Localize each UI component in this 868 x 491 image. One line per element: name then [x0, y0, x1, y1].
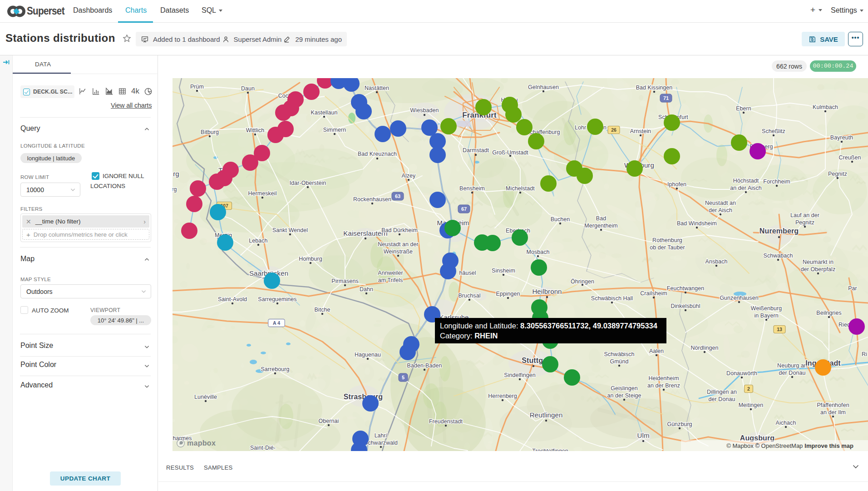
svg-text:Nastätten: Nastätten: [365, 85, 389, 91]
svg-text:Weißenburg: Weißenburg: [751, 305, 782, 312]
svg-text:Dillingen an: Dillingen an: [707, 389, 737, 395]
svg-text:Kulmbach: Kulmbach: [813, 104, 838, 110]
svg-text:in Bayern: in Bayern: [754, 312, 778, 319]
svg-text:Hermeskeil: Hermeskeil: [248, 190, 277, 197]
svg-text:Freudenstadt: Freudenstadt: [429, 418, 463, 425]
svg-text:Rockenhausen: Rockenhausen: [353, 196, 391, 203]
svg-text:Eppingen: Eppingen: [496, 291, 520, 297]
svg-text:26: 26: [611, 127, 616, 133]
svg-text:Homburg: Homburg: [299, 256, 322, 262]
svg-text:Bad Windsheim: Bad Windsheim: [677, 220, 717, 227]
svg-text:an der Brenz: an der Brenz: [647, 382, 680, 389]
svg-text:Weinstraße: Weinstraße: [384, 248, 413, 255]
svg-text:Lunéville: Lunéville: [194, 394, 217, 400]
svg-text:Par: Par: [848, 285, 857, 292]
svg-text:Pegnitz: Pegnitz: [828, 171, 847, 177]
svg-text:am Trifels: am Trifels: [378, 277, 403, 283]
svg-text:Dahn: Dahn: [360, 286, 373, 293]
svg-text:Meitingen: Meitingen: [739, 402, 764, 408]
svg-text:Ri: Ri: [862, 351, 867, 357]
svg-text:Prüm: Prüm: [190, 84, 204, 90]
svg-text:der Donau: der Donau: [779, 370, 806, 376]
svg-text:Michelstadt: Michelstadt: [506, 185, 535, 192]
svg-text:Beilngries: Beilngries: [816, 310, 841, 316]
svg-text:Schwäbisch: Schwäbisch: [604, 351, 634, 357]
svg-text:Dinkelsbühl: Dinkelsbühl: [671, 303, 700, 309]
svg-text:Herrenberg: Herrenberg: [488, 393, 517, 399]
svg-text:Sankt Wendel: Sankt Wendel: [272, 227, 308, 233]
svg-text:rg: rg: [173, 186, 177, 193]
svg-text:an der Ilm: an der Ilm: [820, 409, 846, 416]
svg-text:Donauwörth: Donauwörth: [726, 370, 757, 377]
svg-text:67: 67: [461, 206, 467, 212]
svg-text:Heidenheim: Heidenheim: [648, 375, 679, 382]
svg-text:Bruchsal: Bruchsal: [458, 293, 480, 299]
svg-text:Reutlingen: Reutlingen: [530, 411, 563, 419]
svg-text:Bitburg: Bitburg: [201, 129, 219, 135]
svg-text:Simmern: Simmern: [323, 127, 346, 133]
svg-text:Scheßlitz: Scheßlitz: [762, 128, 785, 134]
svg-text:der Aisch: der Aisch: [709, 207, 732, 213]
svg-text:Bad Kissingen: Bad Kissingen: [636, 84, 673, 91]
svg-text:Bad: Bad: [596, 215, 606, 222]
svg-text:13: 13: [777, 327, 782, 332]
svg-text:Kastellaun: Kastellaun: [311, 109, 338, 116]
svg-text:Nördlingen: Nördlingen: [691, 345, 719, 351]
svg-text:Lahr/: Lahr/: [375, 432, 388, 439]
svg-text:Pirmasens: Pirmasens: [331, 278, 358, 284]
svg-text:Pegnitz: Pegnitz: [795, 219, 814, 226]
svg-text:Forchheim: Forchheim: [763, 179, 790, 185]
svg-text:Pfaffenhofen: Pfaffenhofen: [817, 402, 849, 408]
svg-text:Mergentheim: Mergentheim: [584, 223, 617, 229]
svg-text:Wiesbaden: Wiesbaden: [410, 107, 439, 114]
svg-text:Bayreuth: Bayreuth: [830, 134, 853, 141]
svg-text:Buchen: Buchen: [551, 216, 570, 223]
svg-text:Feuchtwangen: Feuchtwangen: [667, 285, 704, 292]
svg-text:63: 63: [395, 193, 400, 199]
svg-text:Schwäbisch Hall: Schwäbisch Hall: [591, 295, 633, 302]
svg-text:5: 5: [402, 375, 404, 380]
svg-text:an der Aisch: an der Aisch: [730, 185, 761, 191]
svg-text:der Oberpfalz: der Oberpfalz: [801, 266, 835, 273]
svg-text:Haguenau: Haguenau: [355, 352, 381, 358]
svg-text:Alzey: Alzey: [402, 173, 416, 179]
svg-text:Rothenburg: Rothenburg: [652, 237, 682, 243]
svg-text:Sindelfingen: Sindelfingen: [504, 372, 535, 378]
svg-text:Darmstadt: Darmstadt: [463, 147, 489, 154]
svg-text:Daun: Daun: [241, 85, 255, 92]
svg-text:der Donau: der Donau: [709, 396, 735, 402]
svg-text:Gunzenhausen: Gunzenhausen: [720, 295, 758, 301]
svg-text:Ebern: Ebern: [736, 105, 751, 112]
svg-text:Saint-Dié-: Saint-Dié-: [250, 445, 276, 451]
svg-text:Obernai: Obernai: [319, 418, 339, 424]
svg-text:Arnstein: Arnstein: [630, 128, 651, 134]
svg-text:Neustadt an: Neustadt an: [705, 200, 736, 206]
svg-text:Idar-Oberstein: Idar-Oberstein: [290, 180, 326, 186]
svg-text:häusel: häusel: [459, 270, 476, 276]
svg-text:Geislingen: Geislingen: [611, 385, 638, 392]
svg-text:Lauf an der: Lauf an der: [790, 212, 819, 218]
svg-text:Trochtelfingen: Trochtelfingen: [532, 448, 568, 451]
svg-text:Creußen: Creußen: [839, 154, 861, 161]
svg-text:A 4: A 4: [273, 320, 280, 326]
svg-text:Baden-Baden: Baden-Baden: [407, 362, 442, 369]
svg-text:Ulm: Ulm: [637, 431, 650, 439]
svg-text:Bad Dürkheim: Bad Dürkheim: [381, 227, 418, 233]
svg-text:Sarrebourg: Sarrebourg: [261, 366, 290, 372]
svg-text:ob der Tauber: ob der Tauber: [650, 244, 685, 251]
svg-text:Kaiserslautern: Kaiserslautern: [343, 229, 387, 237]
svg-text:Neumarkt in: Neumarkt in: [803, 259, 833, 265]
svg-text:Sarreguemines: Sarreguemines: [258, 296, 296, 303]
svg-text:Bensheim: Bensheim: [459, 185, 485, 192]
svg-text:Schwabach: Schwabach: [764, 253, 793, 259]
svg-text:Bitche: Bitche: [314, 307, 330, 313]
svg-text:Annweiler: Annweiler: [378, 270, 403, 276]
svg-text:Wittlich: Wittlich: [246, 127, 265, 134]
svg-text:Gelnhausen: Gelnhausen: [528, 84, 559, 90]
svg-text:71: 71: [663, 95, 669, 101]
svg-text:Saint-Avold: Saint-Avold: [218, 296, 247, 303]
svg-text:Bad Kreuznach: Bad Kreuznach: [358, 151, 397, 157]
svg-text:Aalen: Aalen: [649, 348, 664, 354]
svg-text:Lebach: Lebach: [249, 238, 267, 244]
svg-text:Sinsheim: Sinsheim: [492, 268, 515, 274]
